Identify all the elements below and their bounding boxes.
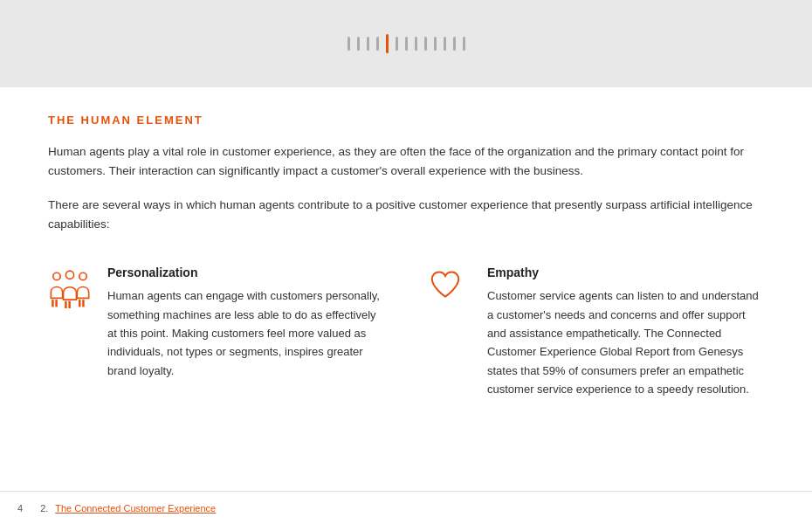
dot-1[interactable] [348,37,350,51]
dot-5-active[interactable] [386,34,389,53]
footer-page-number: 4 [17,503,23,514]
footer-link[interactable]: The Connected Customer Experience [55,503,216,514]
svg-point-2 [79,272,86,279]
feature-personalization: Personalization Human agents can engage … [48,265,384,399]
dot-9[interactable] [424,37,427,51]
dot-8[interactable] [415,37,417,51]
dot-10[interactable] [434,37,437,51]
dot-3[interactable] [367,37,369,51]
dot-2[interactable] [357,37,360,51]
section-title: THE HUMAN ELEMENT [48,114,764,127]
dot-6[interactable] [396,37,398,51]
svg-rect-6 [68,301,71,308]
dot-7[interactable] [405,37,408,51]
dot-4[interactable] [376,37,379,51]
intro-paragraph-2: There are several ways in which human ag… [48,196,764,235]
svg-rect-3 [52,300,54,307]
dot-12[interactable] [453,37,456,51]
dot-11[interactable] [444,37,446,51]
feature-empathy-content: Empathy Customer service agents can list… [487,265,764,399]
feature-empathy: Empathy Customer service agents can list… [428,265,764,399]
feature-personalization-content: Personalization Human agents can engage … [107,265,384,380]
intro-paragraph-1: Human agents play a vital role in custom… [48,142,764,182]
heart-icon [428,267,471,306]
feature-empathy-title: Empathy [487,265,764,279]
pagination-bar [0,0,812,87]
footer: 4 2. The Connected Customer Experience [0,491,812,524]
people-icon [48,267,92,314]
feature-personalization-title: Personalization [107,265,384,279]
svg-rect-5 [65,301,67,308]
svg-point-0 [53,272,60,279]
main-content: THE HUMAN ELEMENT Human agents play a vi… [0,87,812,491]
svg-rect-7 [79,300,81,307]
footer-breadcrumb: 2. The Connected Customer Experience [40,503,216,514]
feature-empathy-text: Customer service agents can listen to an… [487,286,764,399]
pagination-dots [348,34,465,53]
feature-personalization-text: Human agents can engage with customers p… [107,286,384,380]
breadcrumb-number: 2. [40,503,48,514]
svg-rect-4 [55,300,58,307]
svg-rect-8 [82,300,85,307]
svg-point-1 [65,271,73,279]
features-row: Personalization Human agents can engage … [48,265,764,399]
dot-13[interactable] [463,37,465,51]
